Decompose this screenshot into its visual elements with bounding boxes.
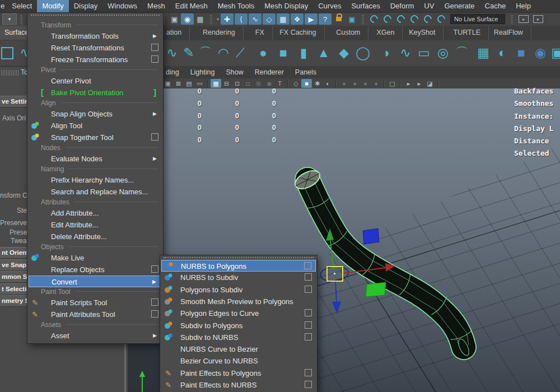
menu-item-transformation-tools[interactable]: Transformation Tools▶ bbox=[29, 30, 162, 42]
magnet-snap-icon-4[interactable] bbox=[409, 13, 420, 25]
submenu-item-paint-effects-to-polygons[interactable]: Paint Effects to Polygons✎ bbox=[161, 367, 316, 379]
snap-to-view-plane-icon[interactable]: ▦ bbox=[277, 13, 290, 25]
partial-sphere-icon[interactable]: ◗ bbox=[379, 44, 395, 62]
menu-generate[interactable]: Generate bbox=[439, 0, 479, 12]
menu-item-bake-pivot-orientation[interactable]: Bake Pivot Orientation[] bbox=[29, 87, 162, 99]
menu-windows[interactable]: Windows bbox=[102, 0, 142, 12]
snap-to-curve-icon[interactable]: ⟨ bbox=[235, 13, 248, 25]
blue-square-icon[interactable]: ■ bbox=[513, 44, 530, 62]
squiggle-icon[interactable]: ∿ bbox=[397, 44, 414, 62]
option-box[interactable] bbox=[151, 310, 158, 318]
shelf-tab-fx[interactable]: FX bbox=[248, 26, 273, 40]
cone-icon[interactable]: ▲ bbox=[315, 44, 332, 62]
snap-to-point-icon[interactable]: ∿ bbox=[249, 13, 262, 25]
cv-curve-icon[interactable]: ∿ bbox=[164, 44, 180, 62]
textured-icon[interactable]: ◐ bbox=[323, 79, 333, 88]
sphere-project-icon[interactable]: ◐ bbox=[494, 44, 511, 62]
menu-display[interactable]: Display bbox=[69, 0, 103, 12]
bezier-curve-icon[interactable]: ◠ bbox=[215, 44, 232, 62]
menu-cache[interactable]: Cache bbox=[480, 0, 511, 12]
shelf-tab-rendering[interactable]: Rendering bbox=[195, 26, 244, 40]
toolbar-grip[interactable] bbox=[511, 15, 513, 24]
make-object-live-icon[interactable]: ❖ bbox=[291, 13, 304, 25]
menu-item-asset[interactable]: Asset▶ bbox=[29, 330, 162, 342]
submenu-item-polygons-to-subdiv[interactable]: Polygons to Subdiv bbox=[161, 284, 316, 296]
menu-edit-mesh[interactable]: Edit Mesh bbox=[170, 0, 213, 12]
shaded-icon[interactable]: ■ bbox=[301, 79, 312, 88]
text-tool-icon[interactable]: ▣ bbox=[549, 44, 560, 62]
menu-mesh-tools[interactable]: Mesh Tools bbox=[213, 0, 260, 12]
menu-mesh[interactable]: Mesh bbox=[142, 0, 170, 12]
nurbs-square-icon[interactable] bbox=[1, 47, 13, 59]
menu-item-evaluate-nodes[interactable]: Evaluate Nodes▶ bbox=[29, 153, 162, 165]
shelf-tab-xgen[interactable]: XGen bbox=[368, 26, 403, 40]
menu-item-edit-attribute[interactable]: Edit Attribute... bbox=[29, 219, 162, 231]
circle-icon[interactable]: ◎ bbox=[435, 44, 451, 62]
magnet-snap-icon-5[interactable] bbox=[422, 13, 433, 25]
menu-item-add-attribute[interactable]: Add Attribute... bbox=[29, 207, 162, 219]
menu-item-align-tool[interactable]: Align Tool bbox=[29, 120, 162, 132]
toolbar-grip[interactable] bbox=[210, 15, 212, 24]
arc-icon[interactable]: ⌒ bbox=[454, 44, 470, 62]
panel-menu-panels[interactable]: Panels bbox=[290, 68, 322, 76]
menu-mesh-display[interactable]: Mesh Display bbox=[259, 0, 313, 12]
no-live-surface-field[interactable]: No Live Surface bbox=[450, 14, 505, 24]
option-box[interactable] bbox=[305, 273, 312, 281]
help-line-icon[interactable]: ? bbox=[319, 13, 332, 25]
shelf-tab-keyshot[interactable]: KeyShot bbox=[401, 26, 444, 40]
menu-set-selector[interactable]: ▼ bbox=[2, 13, 17, 25]
option-box[interactable] bbox=[151, 55, 158, 63]
arc-tool-icon[interactable]: ⟋ bbox=[232, 44, 249, 62]
pencil-curve-icon[interactable]: ✎ bbox=[180, 44, 197, 62]
menu-item-paint-attributes-tool[interactable]: Paint Attributes Tool✎ bbox=[29, 309, 162, 320]
panel-menu-ding[interactable]: ding bbox=[160, 68, 185, 76]
submenu-item-bezier-curve-to-nurbs[interactable]: Bezier Curve to NURBS bbox=[161, 355, 316, 367]
chevron-down-icon[interactable]: ▾ bbox=[217, 17, 219, 22]
sphere-blue-icon[interactable]: ◉ bbox=[532, 44, 549, 62]
menu-item-convert[interactable]: Convert▶ bbox=[29, 276, 162, 287]
menu-modify[interactable]: Modify bbox=[37, 0, 68, 12]
panel-drag-grip[interactable] bbox=[1, 70, 19, 76]
construction-history-icon[interactable]: ▶ bbox=[305, 13, 318, 25]
shadows-icon[interactable]: ● bbox=[339, 79, 349, 88]
menu-item-delete-attribute[interactable]: Delete Attribute... bbox=[29, 231, 162, 242]
isolate-select-icon[interactable]: ▢ bbox=[387, 79, 398, 88]
submenu-item-subdiv-to-nurbs[interactable]: Subdiv to NURBS bbox=[161, 332, 316, 343]
option-box[interactable] bbox=[151, 298, 158, 306]
menu-deform[interactable]: Deform bbox=[385, 0, 419, 12]
panel-menu-lighting[interactable]: Lighting bbox=[185, 68, 221, 76]
xray-icon[interactable]: ◪ bbox=[424, 79, 435, 88]
panel-divider[interactable] bbox=[124, 340, 126, 392]
option-box[interactable] bbox=[305, 309, 312, 316]
menu-tearoff-handle[interactable] bbox=[31, 15, 160, 18]
lock-icon[interactable] bbox=[336, 17, 342, 21]
selection-mask-object-icon[interactable]: ◉ bbox=[181, 13, 194, 25]
shelf-tab-realflow[interactable]: RealFlow bbox=[486, 26, 531, 40]
trim-surface-icon[interactable]: ▭ bbox=[416, 44, 432, 62]
option-box[interactable] bbox=[305, 321, 312, 329]
pane-arrange-icon[interactable]: ▸ bbox=[403, 79, 414, 88]
selection-mask-hierarchy-icon[interactable]: ▣ bbox=[168, 13, 181, 25]
torus-icon[interactable]: ◯ bbox=[354, 44, 371, 62]
menu-help[interactable]: Help bbox=[511, 0, 536, 12]
sphere-icon[interactable]: ● bbox=[255, 44, 272, 62]
menu-surfaces[interactable]: Surfaces bbox=[346, 0, 385, 12]
menu-item-search-and-replace-names[interactable]: Search and Replace Names... bbox=[29, 186, 162, 198]
menu-item-freeze-transformations[interactable]: Freeze Transformations bbox=[29, 54, 162, 66]
wireframe-icon[interactable]: ◇ bbox=[291, 79, 301, 88]
submenu-item-subdiv-to-polygons[interactable]: Subdiv to Polygons bbox=[161, 320, 316, 332]
cube-icon[interactable]: ■ bbox=[275, 44, 292, 62]
menu-item-paint-scripts-tool[interactable]: Paint Scripts Tool✎ bbox=[29, 297, 162, 309]
option-box[interactable] bbox=[305, 369, 312, 376]
menu-item-make-live[interactable]: Make Live bbox=[29, 252, 162, 264]
submenu-item-nurbs-to-subdiv[interactable]: NURBS to Subdiv bbox=[161, 272, 316, 283]
snap-to-projected-center-icon[interactable]: ◇ bbox=[263, 13, 276, 25]
shadows-icon[interactable]: ● bbox=[371, 79, 381, 88]
shadows-icon[interactable]: ● bbox=[349, 79, 360, 88]
submenu-item-smooth-mesh-preview-to-polygons[interactable]: Smooth Mesh Preview to Polygons bbox=[161, 296, 316, 307]
option-box[interactable] bbox=[305, 333, 312, 340]
menu-item-snap-align-objects[interactable]: Snap Align Objects▶ bbox=[29, 108, 162, 120]
object-select-icon[interactable]: ▣ bbox=[346, 13, 358, 25]
menu-item-replace-objects[interactable]: Replace Objects bbox=[29, 264, 162, 276]
selection-mask-component-icon[interactable]: ▦ bbox=[194, 13, 207, 25]
